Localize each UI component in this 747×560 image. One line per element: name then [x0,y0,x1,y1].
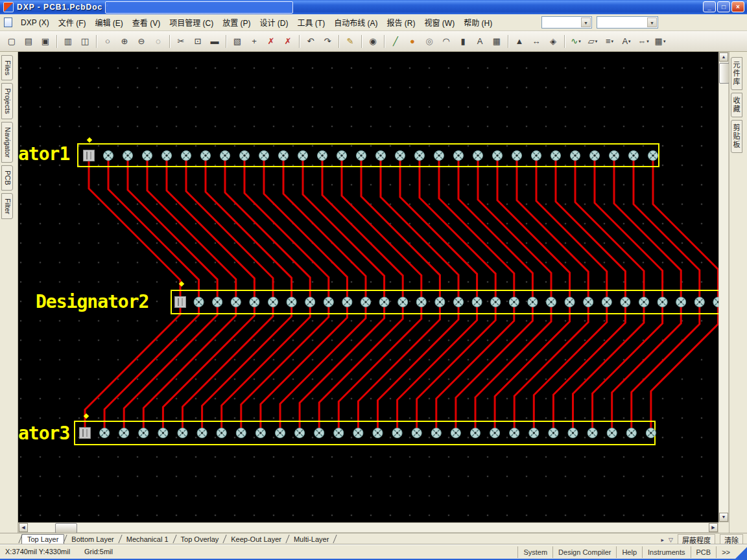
pcb-trace[interactable] [612,302,681,433]
find-icon[interactable]: ◉ [365,34,381,49]
pcb-trace[interactable] [632,302,700,433]
pcb-trace[interactable] [264,156,347,302]
status-panel-pcb[interactable]: PCB [691,546,717,558]
utility-tool-icon[interactable]: ▱▾ [585,34,600,49]
sidebar-tab-filter[interactable]: Filter [1,193,13,219]
fill-icon[interactable]: ▮ [455,34,471,49]
status-panel-design-compiler[interactable]: Design Compiler [552,546,616,558]
save-icon[interactable]: ▣ [38,34,53,49]
arc-icon[interactable]: ◠ [438,34,454,49]
dimension-icon[interactable]: ↔ [528,34,544,49]
right-panel-tab-1[interactable]: 收藏 [731,93,742,117]
zoom-in-icon[interactable]: ⊕ [117,34,132,49]
pcb-trace[interactable] [283,156,366,302]
grid-tool-icon[interactable]: ▦▾ [652,34,668,49]
status-panel-system[interactable]: System [517,546,552,558]
pcb-trace[interactable] [614,156,681,302]
clear-selection-icon[interactable]: ✗ [263,34,279,49]
status-panel-item[interactable]: >> [716,546,735,558]
minimize-button[interactable]: _ [703,1,716,12]
pcb-canvas[interactable]: ator1Designator2ator3 [18,52,718,522]
paste-icon[interactable]: ▬ [207,34,222,49]
status-panel-instruments[interactable]: Instruments [642,546,690,558]
polygon-icon[interactable]: ▲ [512,34,527,49]
pad-icon[interactable]: ● [405,34,420,49]
horizontal-scrollbar[interactable]: ◀ ▶ [18,522,718,533]
pcb-designator-label[interactable]: Designator2 [36,291,148,312]
chevron-down-icon[interactable]: ▾ [578,39,581,44]
menu-item-r[interactable]: 报告 (R) [383,15,420,30]
zoom-out-icon[interactable]: ⊖ [134,34,149,49]
pcb-trace[interactable] [225,156,310,302]
menu-item-f[interactable]: 文件 (F) [54,15,91,30]
pcb-designator-label[interactable]: ator1 [18,143,69,165]
vertical-scroll-thumb[interactable] [719,63,729,84]
layer-tab-keep-out-layer[interactable]: Keep-Out Layer [226,535,287,544]
sidebar-tab-navigator[interactable]: Navigator [1,122,13,163]
interactive-routing-icon[interactable]: ╱ [388,34,403,49]
pcb-trace[interactable] [322,156,403,302]
open-document-icon[interactable]: ▤ [21,34,36,49]
chevron-down-icon[interactable]: ▾ [595,39,598,44]
sidebar-tab-files[interactable]: Files [1,55,13,80]
print-icon[interactable]: ▥ [60,34,76,49]
annotation-tool-icon[interactable]: A▾ [619,34,634,49]
layer-tab-multi-layer[interactable]: Multi-Layer [289,535,334,544]
vertical-scrollbar[interactable]: ▲ ▼ [718,52,729,522]
clear-filter-icon[interactable]: ✗ [280,34,296,49]
close-button[interactable]: × [731,1,744,12]
pcb-trace[interactable] [573,302,645,433]
select-area-icon[interactable]: ▧ [230,34,245,49]
sidebar-tab-pcb[interactable]: PCB [1,165,13,191]
pcb-trace[interactable] [536,156,607,302]
menu-combo-1[interactable]: ▼ [541,16,592,29]
menu-item-c[interactable]: 项目管理 (C) [165,15,218,30]
right-panel-tab-2[interactable]: 剪贴板 [731,120,742,153]
pcb-trace[interactable] [206,156,292,302]
via-icon[interactable]: ◎ [421,34,437,49]
pencil-icon[interactable]: ✎ [342,34,358,49]
scroll-up-icon[interactable]: ▲ [719,52,728,62]
scroll-left-icon[interactable]: ◀ [19,523,28,532]
pcb-pad-1[interactable] [80,428,91,439]
menu-item-d[interactable]: 设计 (D) [255,15,293,30]
alignment-tool-icon[interactable]: ≡▾ [602,34,617,49]
print-preview-icon[interactable]: ◫ [77,34,93,49]
menu-item-t[interactable]: 工具 (T) [293,15,330,30]
menu-item-e[interactable]: 编辑 (E) [90,15,127,30]
chevron-down-icon[interactable]: ▼ [581,18,591,27]
chevron-down-icon[interactable]: ▾ [628,39,631,44]
menu-item-w[interactable]: 视窗 (W) [420,15,460,30]
sidebar-tab-projects[interactable]: Projects [1,83,13,119]
mask-funnel-icon[interactable]: ▽ [669,537,673,543]
menu-combo-2[interactable]: ▼ [597,16,658,29]
right-panel-tab-0[interactable]: 元件库 [731,57,742,90]
pcb-trace[interactable] [651,302,718,433]
pcb-trace[interactable] [303,156,385,302]
layer-tab-mechanical-1[interactable]: Mechanical 1 [121,535,174,544]
titlebar[interactable]: DXP - PCB1.PcbDoc * _ □ × [0,0,747,14]
cut-icon[interactable]: ✂ [173,34,189,49]
chevron-down-icon[interactable]: ▼ [647,18,657,27]
zoom-window-icon[interactable]: ○ [100,34,115,49]
menu-item-v[interactable]: 查看 (V) [128,15,165,30]
layer-tab-top-overlay[interactable]: Top Overlay [176,535,224,544]
menu-item-a[interactable]: 自动布线 (A) [329,15,382,30]
move-icon[interactable]: + [246,34,262,49]
pcb-pad-1[interactable] [84,150,95,161]
pcb-trace[interactable] [244,156,329,302]
pcb-designator-label[interactable]: ator3 [18,423,69,444]
scroll-down-icon[interactable]: ▼ [719,513,728,522]
resize-grip[interactable] [734,547,747,560]
redo-icon[interactable]: ↷ [320,34,335,49]
menu-item-dxp-x[interactable]: DXP (X) [16,16,54,29]
zoom-selection-icon[interactable]: ◌ [150,34,166,49]
pcb-pad-1[interactable] [175,297,186,308]
horizontal-scroll-thumb[interactable] [55,523,77,533]
scroll-right-icon[interactable]: ▶ [709,523,718,532]
pcb-trace[interactable] [553,302,625,433]
undo-icon[interactable]: ↶ [303,34,318,49]
wiring-tool-icon[interactable]: ∿▾ [568,34,584,49]
dimension-tool-icon[interactable]: ⇔▾ [635,34,651,49]
copy-icon[interactable]: ⊡ [190,34,206,49]
